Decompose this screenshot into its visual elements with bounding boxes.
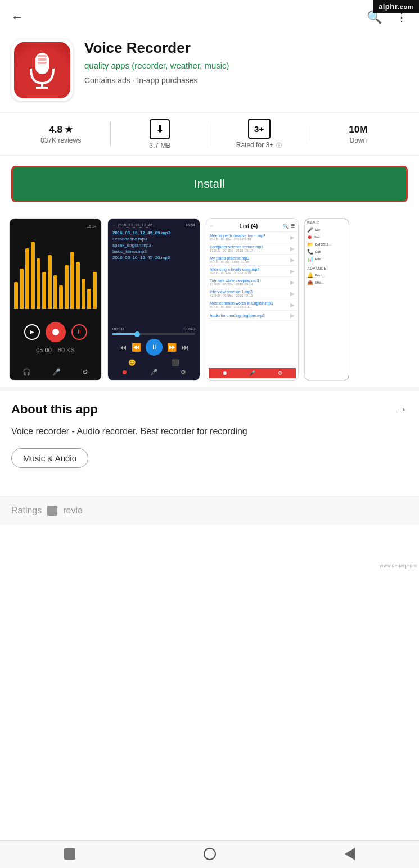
ss1-pause-btn: ⏸ [71,324,87,340]
list-item[interactable]: Interview practice 1.mp3 420KB · 00:55s … [209,288,296,299]
back-button[interactable]: ← [11,10,24,25]
back-icon [345,848,355,860]
app-info-section: Voice Recorder quality apps (recorder, w… [0,30,419,112]
ss1-rec-btn [46,322,66,342]
recent-icon [64,848,75,860]
list-item[interactable]: Most common words in English.mp3 80KB · … [209,299,296,311]
info-icon: ⓘ [276,142,282,148]
reviews-label: 837K reviews [40,137,81,144]
size-stat: ⬇ 3.7 MB [110,119,209,149]
rating-stat: 4.8 ★ 837K reviews [11,124,110,144]
size-label: 3.7 MB [149,142,170,149]
player-controls: ⏮ ⏪ ⏸ ⏩ ⏭ [110,339,197,356]
svg-rect-3 [38,62,47,64]
mic-svg [25,51,60,90]
screenshot-1[interactable]: 16:34 [9,218,102,381]
ss1-play-btn: ▶ [24,324,40,340]
player-play-pause-btn[interactable]: ⏸ [146,339,163,356]
svg-rect-2 [38,58,47,61]
stats-row: 4.8 ★ 837K reviews ⬇ 3.7 MB 3+ Rated for… [0,112,419,156]
alphr-dot: .com [398,3,413,10]
list-item[interactable]: Computer science lecture.mp3 112KB · 00:… [209,243,296,255]
app-name: Voice Recorder [84,39,408,57]
downloads-stat: 10M Down [309,124,408,144]
home-icon [204,848,216,860]
about-description: Voice recorder - Audio recorder. Best re… [11,425,408,438]
player-file-5: 2016_03_10_12_45_20.mp3 [112,255,195,260]
player-time-current: 00:10 [112,326,124,331]
ratings-bar: Ratings revie [0,496,419,525]
star-icon: ★ [65,124,73,135]
app-developer[interactable]: quality apps (recorder, weather, music) [84,60,408,71]
player-file-3: speak_english.mp3 [112,243,195,248]
about-title: About this app [11,402,98,417]
ss1-timer: 05:00 80 KS [36,347,75,353]
screenshot-2[interactable]: ← 2016_03_18_12_45... 16:54 2016_03_18_1… [107,218,200,381]
alphr-logo: alphr.com [373,0,419,13]
list-item[interactable]: Audio for creating ringtone.mp3 ▶ [209,311,296,321]
about-section: About this app → Voice recorder - Audio … [0,387,419,474]
ss3-list-title: List (4) [240,223,258,229]
ss3-header: ← List (4) 🔍 ☰ [209,221,296,232]
list-item[interactable]: My piano practise.mp3 50KB · 00:5s · 201… [209,255,296,266]
player-file-2: Lessoneone.mp3 [112,237,195,242]
app-title-block: Voice Recorder quality apps (recorder, w… [84,39,408,85]
list-item[interactable]: Tom talk while sleeping.mp3 128KB · 00:2… [209,277,296,288]
screenshot-4[interactable]: BASIC 🎤 Mic ⏺ Rec 📂 Def 2017... 📞 Call [304,218,349,381]
rated-stat: 3+ Rated for 3+ ⓘ [210,119,309,149]
downloads-value: 10M [349,124,367,135]
player-progress-bar[interactable] [112,333,195,335]
svg-rect-1 [38,55,47,57]
alphr-text: alphr [379,2,398,11]
ratings-square-icon [47,506,57,516]
about-arrow[interactable]: → [395,402,408,417]
install-button[interactable]: Install [11,166,408,202]
rated-label: Rated for 3+ ⓘ [236,141,282,149]
download-icon: ⬇ [150,119,170,139]
rated-label-text: Rated for 3+ [236,141,273,149]
recent-apps-button[interactable] [64,848,75,860]
list-item[interactable]: Meeting with creative team.mp3 89KB · 00… [209,232,296,243]
contains-ads-label: Contains ads [84,76,130,85]
ratings-label: Ratings [11,506,42,516]
home-button[interactable] [204,848,216,860]
player-file-list: 2016_03_18_12_45_09.mp3 Lessoneone.mp3 s… [110,228,197,324]
install-section: Install [0,156,419,212]
player-time-total: 00:40 [184,326,195,331]
category-tag[interactable]: Music & Audio [11,448,88,468]
in-app-label: In-app purchases [137,76,197,85]
screenshots-section: 16:34 [0,212,419,387]
age-rating-icon: 3+ [248,119,271,139]
deuaq-watermark: www.deuaq.com [377,562,419,570]
app-meta: Contains ads · In-app purchases [84,76,408,85]
age-rating-value: 3+ [254,124,264,134]
bottom-nav [0,840,419,868]
dot-sep: · [133,76,135,85]
about-header: About this app → [11,402,408,417]
player-file-active: 2016_03_18_12_45_09.mp3 [112,230,195,235]
top-nav-bar: ← 🔍 ⋮ [0,0,419,30]
ss3-file-list: Meeting with creative team.mp3 89KB · 00… [209,232,296,368]
rating-value: 4.8 [49,124,62,135]
list-item[interactable]: Alice sing a lovely song.mp3 89KB · 00:1… [209,266,296,277]
screenshot-3[interactable]: ← List (4) 🔍 ☰ Meeting with creative tea… [206,218,299,381]
equalizer-bars [12,242,99,309]
reviews-partial-label: revie [63,506,83,516]
player-file-4: basic_korea.mp3 [112,249,195,254]
downloads-label: Down [350,137,367,144]
category-tag-wrapper[interactable]: Music & Audio [11,448,408,468]
back-nav-button[interactable] [345,848,355,860]
app-icon [11,39,73,101]
